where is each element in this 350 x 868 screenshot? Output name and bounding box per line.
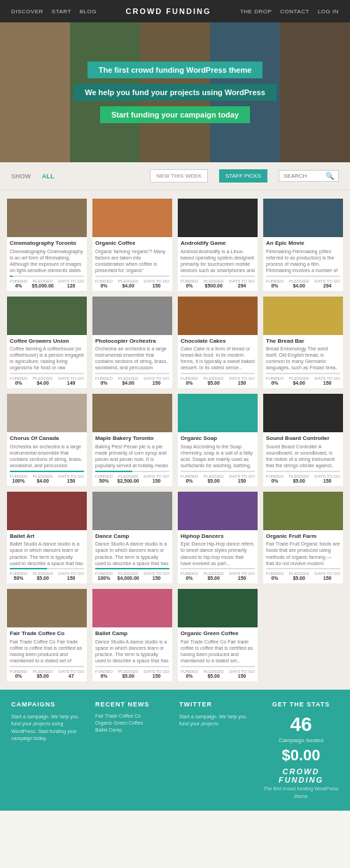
card-item[interactable]: Ballet Art Ballet Studio A dance studio …	[7, 492, 87, 584]
card-item[interactable]: Hiphop Dancers Epic Dance Hip-Hop dance …	[178, 492, 258, 584]
card-item[interactable]: Organic Fruit Farm Fair Trade Fruit Orga…	[263, 492, 343, 584]
new-this-week-tab[interactable]: NEW THIS WEEK	[150, 169, 208, 183]
funded-amount: $0.00	[263, 746, 339, 764]
card-stats: FUNDED 50% PLEDGED $5.00 DAYS TO GO 150	[10, 571, 84, 581]
days-stat: DAYS TO GO 150	[229, 376, 255, 385]
days-value: 294	[229, 283, 255, 288]
card-item[interactable]: Chocolate Cakes Cake Cake is a form of b…	[178, 297, 258, 389]
news-item-3[interactable]: Ballet Camp	[95, 727, 171, 732]
pledged-stat: PLEDGED $4.00	[289, 376, 309, 385]
card-item[interactable]: Chorus Of Canada Orchestra an orchestra …	[7, 394, 87, 486]
card-item[interactable]: Organic Coffee Organic farming 'organic'…	[92, 199, 172, 291]
card-item[interactable]: Photocopier Orchestra Orchestra an orche…	[92, 297, 172, 389]
pledged-stat: PLEDGED $500.00	[204, 279, 224, 288]
days-label: DAYS TO GO	[144, 474, 169, 478]
card-item[interactable]: Fair Trade Coffee Co Fair Trade Coffee C…	[7, 589, 87, 681]
pledged-label: PLEDGED	[33, 474, 53, 478]
days-label: DAYS TO GO	[58, 474, 84, 478]
funded-value: 100%	[95, 576, 113, 581]
pledged-stat: PLEDGED $4.00	[33, 474, 53, 483]
days-value: 120	[58, 283, 84, 288]
card-body: The Bread Bar Bread Entomology The word …	[263, 335, 343, 389]
card-item[interactable]: Maple Bakery Toronto Baking Pies! Pecan …	[92, 394, 172, 486]
nav-start[interactable]: START	[52, 8, 71, 15]
card-item[interactable]: Androidify Game Android Androidify is a …	[178, 199, 258, 291]
pledged-stat: PLEDGED $4.00	[289, 279, 309, 288]
days-stat: DAYS TO GO 150	[144, 279, 169, 288]
show-label: SHOW	[11, 173, 31, 180]
card-item[interactable]: Coffee Growers Union Coffee farming A co…	[7, 297, 87, 389]
days-label: DAYS TO GO	[229, 474, 255, 478]
nav-contact[interactable]: CONTACT	[280, 8, 309, 15]
card-item[interactable]: Dance Camp Dance Studio A dance studio i…	[92, 492, 172, 584]
nav-login[interactable]: LOG IN	[318, 8, 339, 15]
card-item[interactable]: Ballet Camp Dance Studio A dance studio …	[92, 589, 172, 681]
card-title: Ballet Camp	[95, 630, 169, 637]
card-image	[7, 297, 87, 335]
card-body: Ballet Art Ballet Studio A dance studio …	[7, 530, 87, 584]
news-item-2[interactable]: Organic Green Coffee	[95, 720, 171, 725]
staff-picks-tab[interactable]: STAFF PICKS	[219, 169, 267, 183]
funded-stat: FUNDED 0%	[266, 279, 284, 288]
news-item-1[interactable]: Fair Trade Coffee Co	[95, 713, 171, 718]
card-stats: FUNDED 0% PLEDGED $4.00 DAYS TO GO 150	[95, 376, 169, 385]
card-desc: Cinematography Cinematography is an art …	[10, 248, 84, 273]
funded-stat: FUNDED 0%	[181, 571, 198, 581]
all-filter[interactable]: ALL	[42, 173, 55, 180]
funded-value: 0%	[181, 478, 198, 483]
days-value: 150	[144, 380, 169, 385]
nav-discover[interactable]: DISCOVER	[11, 8, 43, 15]
card-title: Hiphop Dancers	[181, 533, 255, 540]
card-desc: Bread Entomology The word itself, Old En…	[266, 346, 340, 371]
card-desc: Epic Dance Hip-Hop dance refers to stree…	[181, 541, 255, 566]
news-title: RECENT NEWS	[95, 701, 171, 708]
funded-value: 0%	[10, 380, 27, 385]
funded-value: 50%	[10, 576, 27, 581]
funded-label: FUNDED	[95, 474, 113, 478]
card-progress-bar	[95, 666, 169, 667]
pledged-value: $5.00	[204, 674, 224, 678]
card-body: Hiphop Dancers Epic Dance Hip-Hop dance …	[178, 530, 258, 584]
funded-stat: FUNDED 50%	[10, 571, 27, 581]
card-item[interactable]: An Epic Movie Filmmaking Filmmaking (oft…	[263, 199, 343, 291]
card-body: Ballet Camp Dance Studio A dance studio …	[92, 627, 172, 681]
days-stat: DAYS TO GO 47	[58, 669, 84, 678]
card-title: Coffee Growers Union	[10, 338, 84, 345]
search-box[interactable]: 🔍	[279, 170, 339, 182]
card-item[interactable]: Organic Soap Soap According to the Soap …	[178, 394, 258, 486]
days-value: 150	[314, 380, 340, 385]
days-label: DAYS TO GO	[314, 279, 340, 283]
card-item[interactable]: Organic Green Coffee Fair Trade Coffee C…	[178, 589, 258, 681]
campaign-count: 46	[263, 713, 339, 736]
card-stats: FUNDED 0% PLEDGED $5.00 DAYS TO GO 150	[181, 376, 255, 385]
card-body: Organic Fruit Farm Fair Trade Fruit Orga…	[263, 530, 343, 584]
card-image	[178, 297, 258, 335]
card-body: Coffee Growers Union Coffee farming A co…	[7, 335, 87, 389]
funded-stat: FUNDED 0%	[95, 279, 113, 288]
search-input[interactable]	[284, 173, 326, 179]
funded-value: 0%	[266, 380, 284, 385]
campaigns-title: CAMPAIGNS	[11, 701, 87, 708]
funded-value: 50%	[95, 478, 113, 483]
card-progress-bar	[181, 276, 255, 277]
card-item[interactable]: The Bread Bar Bread Entomology The word …	[263, 297, 343, 389]
card-item[interactable]: Cinematography Toronto Cinematography Ci…	[7, 199, 87, 291]
funded-stat: FUNDED 0%	[181, 474, 198, 483]
card-image	[92, 589, 172, 627]
card-progress-bar	[95, 276, 169, 277]
card-title: Chocolate Cakes	[181, 338, 255, 345]
days-stat: DAYS TO GO 294	[229, 279, 255, 288]
card-body: Organic Soap Soap According to the Soap …	[178, 432, 258, 486]
card-progress-bar	[266, 373, 340, 374]
funded-value: 0%	[95, 380, 113, 385]
nav-blog[interactable]: BLOG	[80, 8, 97, 15]
funded-value: 100%	[10, 478, 27, 483]
card-item[interactable]: Sound Board Controller Sound Board Contr…	[263, 394, 343, 486]
nav-the-drop[interactable]: THE DROP	[240, 8, 272, 15]
funded-value: 0%	[95, 674, 113, 678]
days-value: 150	[58, 576, 84, 581]
days-stat: DAYS TO GO 150	[229, 571, 255, 581]
card-title: Ballet Art	[10, 533, 84, 540]
funded-stat: FUNDED 100%	[95, 571, 113, 581]
card-progress-bar	[95, 568, 169, 569]
